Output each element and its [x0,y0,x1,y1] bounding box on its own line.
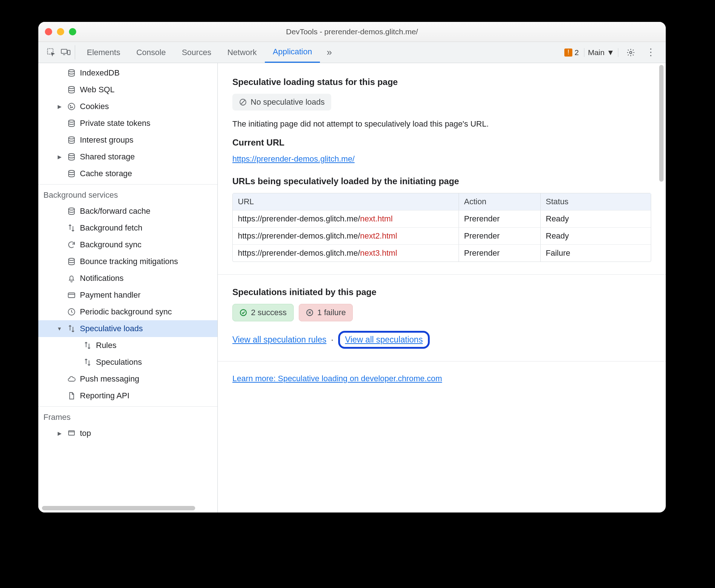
cloud-icon [67,374,76,384]
sidebar-item-label: Interest groups [80,135,134,145]
content-scrollbar[interactable] [659,65,664,182]
sidebar-item-back-forward-cache[interactable]: Back/forward cache [38,203,217,220]
success-chip: 2 success [232,304,294,321]
sidebar-item-rules[interactable]: Rules [38,337,217,354]
cell-action: Prerender [459,228,541,244]
more-tabs-button[interactable]: » [320,47,338,58]
svg-point-10 [69,120,74,122]
cell-status: Ready [541,228,651,244]
current-url-link[interactable]: https://prerender-demos.glitch.me/ [232,154,355,163]
more-menu-button[interactable]: ⋮ [643,47,658,58]
window-title: DevTools - prerender-demos.glitch.me/ [38,27,666,36]
sidebar-item-web-sql[interactable]: Web SQL [38,81,217,98]
devtools-window: DevTools - prerender-demos.glitch.me/ El… [38,22,666,512]
sidebar-item-notifications[interactable]: Notifications [38,270,217,287]
cell-url: https://prerender-demos.glitch.me/next2.… [233,228,459,244]
view-rules-link[interactable]: View all speculation rules [232,335,326,344]
warning-count: 2 [575,48,579,57]
x-circle-icon [306,309,314,317]
col-url[interactable]: URL [233,193,459,210]
sidebar-item-push-messaging[interactable]: Push messaging [38,371,217,387]
sidebar-item-payment-handler[interactable]: Payment handler [38,287,217,303]
application-sidebar: IndexedDBWeb SQL▶CookiesPrivate state to… [38,63,218,512]
svg-point-6 [68,103,75,110]
sidebar-item-label: Speculative loads [80,324,143,333]
tab-application[interactable]: Application [265,42,320,63]
sidebar-item-background-sync[interactable]: Background sync [38,236,217,253]
tab-console[interactable]: Console [128,42,174,63]
cell-action: Prerender [459,210,541,227]
table-row[interactable]: https://prerender-demos.glitch.me/next.h… [233,210,651,228]
card-icon [67,290,76,300]
urls-heading: URLs being speculatively loaded by the i… [232,176,651,186]
speculative-loads-panel: Speculative loading status for this page… [218,63,666,512]
clock-icon [67,307,76,317]
updown-icon [67,223,76,233]
db-icon [67,135,76,145]
sidebar-item-cookies[interactable]: ▶Cookies [38,98,217,115]
svg-point-13 [69,170,74,173]
table-row[interactable]: https://prerender-demos.glitch.me/next3.… [233,245,651,262]
titlebar: DevTools - prerender-demos.glitch.me/ [38,22,666,42]
sidebar-scrollbar[interactable] [42,506,195,510]
sidebar-item-speculative-loads[interactable]: ▼Speculative loads [38,320,217,337]
tab-sources[interactable]: Sources [174,42,219,63]
failure-chip: 1 failure [299,304,353,321]
sidebar-item-shared-storage[interactable]: ▶Shared storage [38,148,217,165]
device-icon[interactable] [61,47,70,57]
warnings-badge[interactable]: ! 2 [564,48,579,57]
section-frames: Frames [38,406,217,425]
warning-icon: ! [564,49,572,57]
settings-button[interactable] [623,48,638,57]
sidebar-item-bounce-tracking-mitigations[interactable]: Bounce tracking mitigations [38,253,217,270]
tab-network[interactable]: Network [219,42,265,63]
db-icon [67,152,76,162]
sidebar-item-interest-groups[interactable]: Interest groups [38,132,217,148]
sidebar-item-label: Cache storage [80,169,132,178]
cell-action: Prerender [459,245,541,262]
svg-point-14 [69,208,74,210]
sidebar-item-label: Background sync [80,240,142,249]
svg-rect-2 [67,50,70,55]
prohibit-icon [239,98,247,106]
svg-point-12 [69,154,74,156]
updown-icon [83,341,92,350]
learn-more-link[interactable]: Learn more: Speculative loading on devel… [232,374,442,383]
doc-icon [67,391,76,401]
highlighted-link: View all speculations [338,331,430,349]
svg-rect-16 [68,293,75,298]
divider [218,274,666,275]
svg-rect-1 [61,50,67,54]
db-icon [67,119,76,128]
sidebar-item-speculations[interactable]: Speculations [38,354,217,371]
sidebar-item-private-state-tokens[interactable]: Private state tokens [38,115,217,132]
speculations-heading: Speculations initiated by this page [232,287,651,297]
svg-point-8 [72,107,73,108]
sidebar-item-label: Reporting API [80,391,130,401]
sync-icon [67,240,76,249]
sidebar-item-label: Private state tokens [80,119,150,128]
col-action[interactable]: Action [459,193,541,210]
sidebar-item-cache-storage[interactable]: Cache storage [38,165,217,182]
table-row[interactable]: https://prerender-demos.glitch.me/next2.… [233,228,651,245]
inspect-icon[interactable] [46,47,56,57]
view-speculations-link[interactable]: View all speculations [345,335,423,344]
tab-elements[interactable]: Elements [79,42,128,63]
sidebar-item-label: Push messaging [80,374,139,384]
sidebar-item-label: Rules [96,341,116,350]
speculative-urls-table: URL Action Status https://prerender-demo… [232,193,651,262]
sidebar-item-periodic-background-sync[interactable]: Periodic background sync [38,303,217,320]
cell-status: Ready [541,210,651,227]
sidebar-item-label: Cookies [80,102,109,111]
sidebar-item-reporting-api[interactable]: Reporting API [38,387,217,404]
db-icon [67,257,76,266]
sidebar-item-label: Speculations [96,357,142,367]
chevron-right-icon: ▶ [56,154,63,160]
sidebar-item-background-fetch[interactable]: Background fetch [38,220,217,236]
frame-selector[interactable]: Main ▼ [584,48,618,57]
sidebar-item-top[interactable]: ▶top [38,425,217,442]
svg-point-3 [630,51,632,54]
sidebar-item-indexeddb[interactable]: IndexedDB [38,65,217,81]
chevron-down-icon: ▼ [607,48,614,57]
col-status[interactable]: Status [541,193,651,210]
